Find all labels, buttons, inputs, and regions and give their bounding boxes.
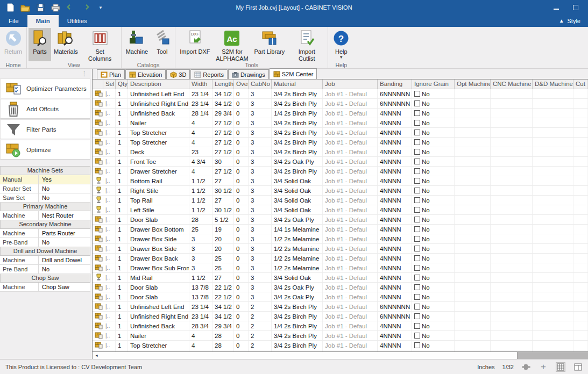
sidebar-action-add-offcuts[interactable]: Add Offcuts <box>0 99 90 119</box>
ignore-grain-checkbox[interactable] <box>414 255 420 261</box>
view-tab-3d[interactable]: 3D <box>166 69 190 79</box>
view-tab-plan[interactable]: Plan <box>97 69 125 79</box>
ignore-grain-checkbox[interactable] <box>414 246 420 251</box>
units-indicator[interactable]: Inches <box>477 364 494 370</box>
collapse-ribbon-icon[interactable]: ▲ <box>559 18 564 24</box>
tab-main[interactable]: Main <box>27 15 59 27</box>
tool-button[interactable]: Tool <box>151 28 173 61</box>
minimize-button[interactable] <box>554 5 559 10</box>
parts-button[interactable]: Parts <box>29 28 51 61</box>
table-row[interactable]: |..1Unfinished Right End23 1/434 1/2023/… <box>93 312 588 321</box>
ignore-grain-checkbox[interactable] <box>414 323 420 329</box>
table-row[interactable]: |..1Drawer Box Back325031/2 2s MelamineJ… <box>93 254 588 263</box>
table-row[interactable]: |..1Front Toe4 3/430033/4 2s Oak PlyJob … <box>93 157 588 167</box>
table-row[interactable]: |..1Door Slab13 7/822 1/2033/4 2s Oak Pl… <box>93 292 588 302</box>
column-header-band[interactable]: Banding <box>378 80 412 89</box>
table-row[interactable]: |..1Nailer428023/4 2s Birch PlyJob #1 - … <box>93 331 588 341</box>
setting-value[interactable]: Parts Router <box>39 229 90 238</box>
ignore-grain-checkbox[interactable] <box>414 217 420 222</box>
column-header-grain[interactable]: Ignore Grain <box>412 80 455 89</box>
zoom-slider-icon[interactable] <box>521 362 531 372</box>
table-row[interactable]: |..1Drawer Box Side320031/2 2s MelamineJ… <box>93 234 588 244</box>
tab-utilities[interactable]: Utilities <box>59 15 96 27</box>
setting-row-machine[interactable]: MachineNest Router <box>0 211 90 220</box>
sidebar-options-icon[interactable]: ⋮ <box>81 70 87 77</box>
part-library-button[interactable]: Part Library <box>251 28 287 61</box>
table-row[interactable]: |..1Drawer Stretcher427 1/2033/4 2s Birc… <box>93 167 588 176</box>
machine-button[interactable]: Machine <box>123 28 151 61</box>
setting-value[interactable]: No <box>39 265 90 274</box>
ignore-grain-checkbox[interactable] <box>414 168 420 174</box>
view-tab-reports[interactable]: Reports <box>190 69 228 79</box>
table-row[interactable]: |..1Top Rail1 1/227033/4 Solid OakJob #1… <box>93 196 588 205</box>
table-row[interactable]: |..1Right Stile1 1/230 1/2033/4 Solid Oa… <box>93 186 588 196</box>
column-header-sel[interactable]: Sel <box>103 80 116 89</box>
ignore-grain-checkbox[interactable] <box>414 284 420 290</box>
customize-quick-access-icon[interactable]: ▼ <box>96 3 105 12</box>
view-tab-elevation[interactable]: Elevation <box>125 69 166 79</box>
view-tab-drawings[interactable]: Drawings <box>228 69 269 79</box>
table-row[interactable]: |..1Unfinished Left End23 1/434 1/2033/4… <box>93 89 588 99</box>
ignore-grain-checkbox[interactable] <box>414 197 420 203</box>
table-row[interactable]: |..1Drawer Box Bottom2519031/4 1s Melami… <box>93 225 588 234</box>
table-row[interactable]: |..1Unfinished Right End23 1/434 1/2033/… <box>93 99 588 109</box>
open-file-icon[interactable] <box>20 3 30 12</box>
table-row[interactable]: |..1Nailer427 1/2033/4 2s Birch PlyJob #… <box>93 118 588 128</box>
ignore-grain-checkbox[interactable] <box>414 342 420 348</box>
column-header-cnc[interactable]: CNC Machine <box>491 80 533 89</box>
setting-row-saw-set[interactable]: Saw SetNo <box>0 193 90 203</box>
ignore-grain-checkbox[interactable] <box>414 159 420 164</box>
table-row[interactable]: |..1Bottom Rail1 1/227033/4 Solid OakJob… <box>93 176 588 186</box>
grid-view-icon[interactable] <box>556 362 565 372</box>
return-button[interactable]: Return <box>2 28 25 61</box>
ignore-grain-checkbox[interactable] <box>414 149 420 155</box>
table-row[interactable]: |..1Top Stretcher427 1/2033/4 2s Birch P… <box>93 138 588 147</box>
ignore-grain-checkbox[interactable] <box>414 207 420 213</box>
column-header-mat[interactable]: Material <box>272 80 323 89</box>
column-header-qty[interactable]: Qty <box>116 80 128 89</box>
ignore-grain-checkbox[interactable] <box>414 91 420 97</box>
setting-row-machine[interactable]: MachineChop Saw <box>0 283 90 292</box>
ignore-grain-checkbox[interactable] <box>414 139 420 145</box>
style-menu[interactable]: Style <box>568 18 580 24</box>
ignore-grain-checkbox[interactable] <box>414 130 420 135</box>
tab-file[interactable]: File <box>0 15 27 27</box>
zoom-in-icon[interactable]: + <box>539 362 548 372</box>
column-header-icon[interactable] <box>93 80 103 89</box>
setting-row-manual[interactable]: ManualYes <box>0 175 90 184</box>
ignore-grain-checkbox[interactable] <box>414 275 420 280</box>
column-header-dd[interactable]: D&D Machine <box>533 80 573 89</box>
ignore-grain-checkbox[interactable] <box>414 120 420 126</box>
maximize-button[interactable] <box>573 5 578 10</box>
column-header-cut[interactable]: Cut M <box>573 80 587 89</box>
horizontal-scrollbar[interactable]: ◄ <box>93 351 588 359</box>
import-cutlist-button[interactable]: Import Cutlist <box>287 28 326 61</box>
ignore-grain-checkbox[interactable] <box>414 100 420 106</box>
sidebar-action-optimize[interactable]: Optimize <box>0 140 90 160</box>
table-row[interactable]: |..1Unfinished Back28 1/429 3/4031/4 2s … <box>93 109 588 118</box>
split-view-icon[interactable] <box>573 362 583 372</box>
sidebar-action-optimizer-parameters[interactable]: Optimizer Parameters <box>0 78 90 98</box>
new-file-icon[interactable] <box>5 3 15 12</box>
view-tab-s2m-center[interactable]: S2M Center <box>270 68 317 79</box>
table-row[interactable]: |..1Drawer Box Side320031/2 2s MelamineJ… <box>93 244 588 254</box>
scrollbar-thumb[interactable] <box>101 352 518 359</box>
setting-row-machine[interactable]: MachineDrill and Dowel <box>0 256 90 265</box>
table-row[interactable]: |..1Door Slab13 7/822 1/2033/4 2s Oak Pl… <box>93 283 588 292</box>
table-row[interactable]: |..1Top Stretcher427 1/2033/4 2s Birch P… <box>93 128 588 138</box>
undo-icon[interactable] <box>66 3 75 12</box>
set-columns-button[interactable]: Set Columns <box>81 28 119 61</box>
table-row[interactable]: |..1Drawer Box Sub Front325031/2 2s Mela… <box>93 263 588 273</box>
table-row[interactable]: |..1Mid Rail1 1/227033/4 Solid OakJob #1… <box>93 273 588 283</box>
column-header-desc[interactable]: Description <box>128 80 189 89</box>
ignore-grain-checkbox[interactable] <box>414 304 420 310</box>
ignore-grain-checkbox[interactable] <box>414 236 420 242</box>
ignore-grain-checkbox[interactable] <box>414 110 420 116</box>
table-row[interactable]: |..1Deck2327 1/2033/4 2s Birch PlyJob #1… <box>93 147 588 157</box>
ignore-grain-checkbox[interactable] <box>414 313 420 319</box>
print-icon[interactable] <box>51 3 60 12</box>
ignore-grain-checkbox[interactable] <box>414 226 420 232</box>
sidebar-action-filter-parts[interactable]: Filter Parts <box>0 119 90 139</box>
setting-value[interactable]: No <box>39 238 90 247</box>
setting-value[interactable]: Chop Saw <box>39 283 90 291</box>
